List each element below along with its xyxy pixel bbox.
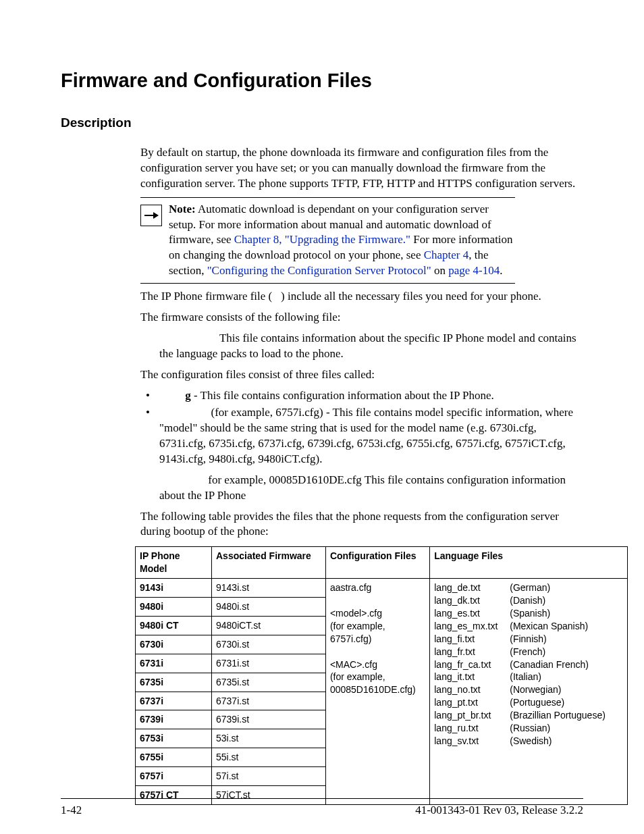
cell-firmware: 6739i.st [212,710,326,729]
cell-model: 6757i [136,767,212,786]
note-text: Note: Automatic download is dependant on… [169,202,515,280]
cell-firmware: 6735i.st [212,673,326,692]
cell-model: 6755i [136,748,212,767]
page-footer: 1-42 41-001343-01 Rev 03, Release 3.2.2 [61,798,583,818]
intro-paragraph: By default on startup, the phone downloa… [140,145,583,192]
cell-firmware: 9480i.st [212,598,326,617]
note-part-4: on [431,264,449,277]
page-number: 1-42 [61,803,82,818]
table-row: 9143i9143i.staastra.cfg <model>.cfg(for … [136,579,628,598]
cell-model: 6753i [136,729,212,748]
cell-firmware: 9143i.st [212,579,326,598]
table-intro: The following table provides the files t… [140,509,583,540]
arrow-right-icon [140,205,162,226]
mac-cfg-line: for example, 00085D1610DE.cfg This file … [159,473,583,504]
link-page-4-104[interactable]: page 4-104 [448,264,500,277]
firmware-file-paragraph: The IP Phone firmware file ( ) include a… [140,289,583,305]
cell-firmware: 53i.st [212,729,326,748]
firmware-files-table: IP Phone Model Associated Firmware Confi… [135,546,628,804]
link-cfg-server-protocol[interactable]: "Configuring the Configuration Server Pr… [207,264,431,277]
cell-firmware: 57i.st [212,767,326,786]
cell-model: 6731i [136,654,212,673]
cell-model: 9480i [136,598,212,617]
list-item: (for example, 6757i.cfg) - This file con… [140,405,583,467]
link-chapter-8[interactable]: Chapter 8, "Upgrading the Firmware." [234,233,410,246]
col-header-language: Language Files [430,547,628,579]
table-header-row: IP Phone Model Associated Firmware Confi… [136,547,628,579]
config-files-intro: The configuration files consist of three… [140,367,583,383]
cell-language-files: lang_de.txtlang_dk.txtlang_es.txtlang_es… [430,579,628,805]
note-box: Note: Automatic download is dependant on… [140,197,515,284]
col-header-model: IP Phone Model [136,547,212,579]
page-title: Firmware and Configuration Files [61,68,583,94]
cell-model: 6739i [136,710,212,729]
cell-firmware: 6730i.st [212,635,326,654]
cell-model: 9143i [136,579,212,598]
link-chapter-4[interactable]: Chapter 4 [424,249,469,261]
body-content: By default on startup, the phone downloa… [140,145,583,540]
cell-firmware: 6731i.st [212,654,326,673]
cell-firmware: 6737i.st [212,692,326,710]
col-header-firmware: Associated Firmware [212,547,326,579]
firmware-consists-detail: This file contains information about the… [159,331,583,362]
cell-model: 6737i [136,692,212,710]
col-header-config: Configuration Files [325,547,429,579]
cell-firmware: 55i.st [212,748,326,767]
cell-config-files: aastra.cfg <model>.cfg(for example,6757i… [325,579,429,805]
firmware-consists-paragraph: The firmware consists of the following f… [140,310,583,325]
cell-model: 6730i [136,635,212,654]
list-item: g - This file contains configuration inf… [140,388,583,404]
cell-model: 9480i CT [136,616,212,635]
cell-firmware: 9480iCT.st [212,616,326,635]
note-label: Note: [169,203,196,215]
config-files-list: g - This file contains configuration inf… [140,388,583,467]
section-heading: Description [61,114,583,132]
note-part-5: . [500,264,502,277]
doc-id: 41-001343-01 Rev 03, Release 3.2.2 [415,803,583,818]
svg-marker-1 [153,212,159,219]
cell-model: 6735i [136,673,212,692]
